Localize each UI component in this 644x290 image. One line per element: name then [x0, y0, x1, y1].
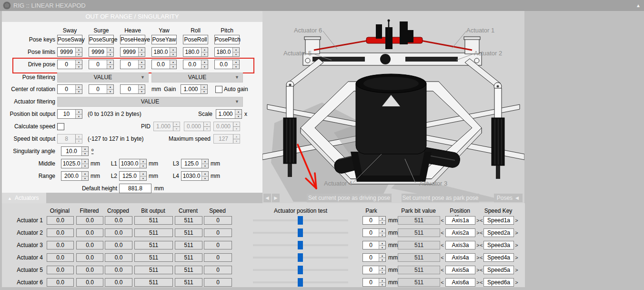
spinner-up-icon[interactable]	[201, 48, 208, 52]
speed-key-field[interactable]: Speed5a	[483, 266, 514, 274]
position-key-prev-button[interactable]: <	[440, 241, 444, 249]
drive-pose-pitch-spinner[interactable]: 0.0	[214, 60, 240, 69]
position-test-slider[interactable]	[253, 266, 348, 274]
pose-limit-yaw-spinner[interactable]: 180.0	[151, 47, 177, 57]
set-park-pose-button[interactable]: Set current pose as park pose	[402, 194, 479, 202]
singularity-angle-spinner[interactable]: 10.0	[61, 146, 89, 156]
drive-pose-sway-spinner[interactable]: 0	[57, 60, 82, 69]
spinner-up-icon[interactable]	[379, 279, 385, 282]
position-test-slider[interactable]	[253, 216, 348, 225]
position-test-slider[interactable]	[253, 228, 348, 237]
drive-pose-surge-spinner[interactable]: 0	[89, 60, 114, 69]
spinner-down-icon[interactable]	[379, 258, 385, 262]
spinner-up-icon[interactable]	[76, 60, 82, 64]
position-key-prev-button[interactable]: <	[440, 278, 444, 287]
drive-pose-heave-spinner[interactable]: 0	[120, 60, 145, 69]
l4-spinner[interactable]: 1030.0	[181, 171, 209, 181]
pose-limit-pitch-spinner[interactable]: 180.0	[214, 47, 240, 57]
spinner-up-icon[interactable]	[82, 172, 88, 176]
scale-spinner[interactable]: 1.000	[216, 109, 242, 119]
spinner-down-icon[interactable]	[379, 282, 385, 287]
pose-key-surge-field[interactable]: PoseSurge	[89, 35, 114, 44]
auto-gain-checkbox[interactable]	[215, 86, 222, 93]
spinner-up-icon[interactable]	[107, 85, 113, 89]
spinner-down-icon[interactable]	[201, 64, 208, 69]
speed-key-prev-button[interactable]: <	[479, 228, 483, 237]
speed-key-next-button[interactable]: >	[514, 278, 519, 287]
spinner-down-icon[interactable]	[233, 52, 239, 57]
position-key-field[interactable]: Axis3a	[445, 241, 475, 249]
l3-spinner[interactable]: 125.0	[181, 159, 209, 168]
spinner-down-icon[interactable]	[76, 52, 82, 57]
speed-key-next-button[interactable]: >	[514, 266, 519, 274]
spinner-up-icon[interactable]	[76, 110, 82, 114]
center-y-spinner[interactable]: 0	[89, 84, 114, 94]
pose-key-heave-field[interactable]: PoseHeave	[120, 35, 145, 44]
gain-spinner[interactable]: 1.000	[181, 84, 208, 94]
speed-key-next-button[interactable]: >	[514, 228, 519, 237]
spinner-down-icon[interactable]	[140, 164, 146, 168]
spinner-down-icon[interactable]	[379, 270, 385, 274]
center-x-spinner[interactable]: 0	[57, 84, 82, 94]
slider-handle[interactable]	[298, 216, 303, 225]
position-key-prev-button[interactable]: <	[440, 266, 444, 274]
spinner-down-icon[interactable]	[82, 164, 88, 168]
spinner-down-icon[interactable]	[76, 89, 82, 94]
spinner-down-icon[interactable]	[379, 233, 385, 237]
pose-limit-sway-spinner[interactable]: 9999	[57, 47, 82, 57]
spinner-up-icon[interactable]	[233, 48, 239, 52]
park-spinner[interactable]: 0	[362, 278, 386, 287]
position-key-field[interactable]: Axis6a	[445, 278, 475, 287]
speed-key-prev-button[interactable]: <	[479, 241, 483, 249]
slider-handle[interactable]	[298, 241, 303, 249]
spinner-down-icon[interactable]	[82, 151, 88, 156]
poses-panel-button[interactable]: Poses ◄	[494, 194, 523, 202]
spinner-down-icon[interactable]	[107, 89, 113, 94]
park-spinner[interactable]: 0	[362, 241, 386, 249]
spinner-down-icon[interactable]	[76, 114, 82, 119]
set-driving-pose-button[interactable]: Set current pose as driving pose	[307, 194, 392, 202]
spinner-up-icon[interactable]	[379, 241, 385, 245]
spinner-up-icon[interactable]	[76, 85, 82, 89]
slider-handle[interactable]	[298, 278, 303, 287]
position-key-field[interactable]: Axis1a	[445, 216, 475, 225]
actuator-filtering-dropdown[interactable]: VALUE	[57, 97, 243, 107]
speed-key-field[interactable]: Speed2a	[483, 228, 514, 237]
spinner-up-icon[interactable]	[379, 229, 385, 233]
spinner-up-icon[interactable]	[140, 159, 146, 164]
spinner-down-icon[interactable]	[139, 52, 145, 57]
speed-key-field[interactable]: Speed6a	[483, 278, 514, 287]
speed-key-next-button[interactable]: >	[514, 216, 519, 225]
spinner-up-icon[interactable]	[76, 48, 82, 52]
spinner-down-icon[interactable]	[235, 114, 242, 119]
spinner-down-icon[interactable]	[202, 176, 208, 181]
spinner-up-icon[interactable]	[139, 85, 145, 89]
pose-key-roll-field[interactable]: PoseRoll	[183, 35, 208, 44]
position-test-slider[interactable]	[253, 253, 348, 262]
spinner-down-icon[interactable]	[139, 64, 145, 69]
speed-key-next-button[interactable]: >	[514, 241, 519, 249]
spinner-down-icon[interactable]	[140, 176, 146, 181]
spinner-up-icon[interactable]	[140, 172, 146, 176]
position-test-slider[interactable]	[253, 278, 348, 287]
spinner-down-icon[interactable]	[379, 220, 385, 225]
spinner-up-icon[interactable]	[139, 60, 145, 64]
speed-key-field[interactable]: Speed1a	[483, 216, 514, 225]
pose-filtering-dropdown-2[interactable]: VALUE	[151, 72, 243, 83]
speed-key-prev-button[interactable]: <	[479, 253, 483, 262]
position-key-prev-button[interactable]: <	[440, 216, 444, 225]
spinner-down-icon[interactable]	[170, 52, 176, 57]
center-z-spinner[interactable]: 0	[120, 84, 145, 94]
spinner-up-icon[interactable]	[107, 48, 113, 52]
spinner-up-icon[interactable]	[82, 159, 88, 164]
position-bit-spinner[interactable]: 10	[57, 109, 82, 119]
spinner-up-icon[interactable]	[235, 110, 242, 114]
spinner-up-icon[interactable]	[379, 217, 385, 220]
park-spinner[interactable]: 0	[362, 228, 386, 237]
pose-limit-heave-spinner[interactable]: 9999	[120, 47, 145, 57]
slider-handle[interactable]	[298, 266, 303, 274]
position-key-field[interactable]: Axis2a	[445, 228, 475, 237]
pose-next-button[interactable]: ►	[272, 194, 280, 202]
spinner-up-icon[interactable]	[379, 266, 385, 270]
position-key-prev-button[interactable]: <	[440, 228, 444, 237]
